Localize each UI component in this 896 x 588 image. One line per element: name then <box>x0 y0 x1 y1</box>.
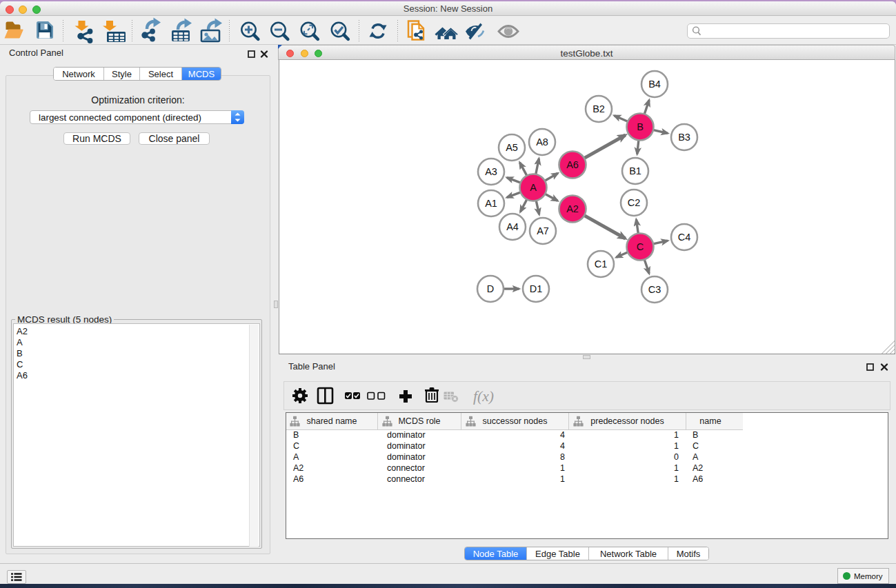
svg-text:f(x): f(x) <box>473 388 494 405</box>
svg-text:A5: A5 <box>506 142 518 153</box>
svg-text:A6: A6 <box>566 159 579 170</box>
svg-text:A8: A8 <box>536 136 548 148</box>
svg-text:A: A <box>530 182 537 193</box>
svg-text:A7: A7 <box>537 225 549 236</box>
svg-text:D: D <box>487 283 494 294</box>
svg-text:B1: B1 <box>629 165 641 176</box>
svg-text:C4: C4 <box>678 232 691 243</box>
svg-text:A3: A3 <box>485 166 497 177</box>
svg-text:A2: A2 <box>566 203 579 214</box>
svg-text:C: C <box>637 241 644 252</box>
svg-text:C3: C3 <box>648 284 661 295</box>
svg-text:B4: B4 <box>648 79 661 90</box>
svg-text:C1: C1 <box>595 258 608 270</box>
svg-text:C2: C2 <box>628 197 641 208</box>
svg-text:D1: D1 <box>530 283 543 294</box>
svg-text:B: B <box>637 121 644 132</box>
svg-text:A4: A4 <box>506 221 519 232</box>
svg-text:B2: B2 <box>593 103 605 114</box>
svg-text:A1: A1 <box>485 198 497 209</box>
svg-text:B3: B3 <box>678 132 690 143</box>
